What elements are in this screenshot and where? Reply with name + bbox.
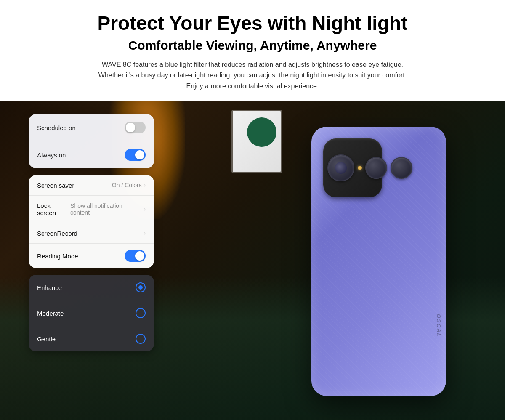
main-camera-lens	[327, 154, 354, 181]
screen-record-label: ScreenRecord	[37, 230, 77, 237]
screen-saver-row[interactable]: Screen saver On / Colors ›	[29, 175, 154, 196]
reading-mode-row: Reading Mode	[29, 244, 154, 268]
always-on-label: Always on	[37, 152, 66, 159]
enhance-radio-inner	[138, 285, 143, 290]
camera-top-row	[327, 154, 362, 181]
scheduled-on-knob	[126, 123, 135, 132]
scheduled-on-row: Scheduled on	[29, 114, 154, 141]
screen-record-chevron-icon: ›	[144, 229, 146, 237]
scheduled-on-toggle[interactable]	[125, 122, 146, 133]
reading-mode-toggle[interactable]	[125, 250, 146, 262]
wall-art-inner	[233, 111, 281, 172]
settings-card: Screen saver On / Colors › Lock screen S…	[29, 175, 154, 268]
screen-saver-label: Screen saver	[37, 182, 74, 189]
lock-screen-label: Lock screen	[37, 202, 70, 216]
dark-scene: OSCAL Scheduled on Always on Screen save…	[0, 101, 505, 420]
moderate-row[interactable]: Moderate	[29, 300, 154, 326]
moderate-radio[interactable]	[136, 308, 146, 318]
flash-led	[358, 166, 362, 170]
always-on-toggle[interactable]	[125, 149, 146, 161]
screen-record-row[interactable]: ScreenRecord ›	[29, 223, 154, 244]
reading-mode-label: Reading Mode	[37, 253, 78, 260]
always-on-row: Always on	[29, 141, 154, 168]
sub-title: Comfortable Viewing, Anytime, Anywhere	[50, 38, 454, 53]
enhance-row[interactable]: Enhance	[29, 275, 154, 300]
tertiary-camera-lens	[391, 157, 412, 179]
header-section: Protect Your Eyes with Night light Comfo…	[0, 0, 505, 101]
lock-screen-value: Show all notification content ›	[70, 202, 146, 216]
mode-card: Enhance Moderate Gentle	[29, 275, 154, 351]
gentle-row[interactable]: Gentle	[29, 326, 154, 351]
enhance-label: Enhance	[37, 284, 62, 291]
camera-module	[323, 138, 382, 197]
phone-brand-label: OSCAL	[436, 314, 442, 338]
main-title: Protect Your Eyes with Night light	[50, 13, 454, 34]
night-light-card: Scheduled on Always on	[29, 114, 154, 168]
secondary-camera-lens	[365, 157, 387, 179]
lock-screen-chevron-icon: ›	[144, 205, 146, 213]
ui-overlays: Scheduled on Always on Screen saver On /…	[29, 114, 154, 351]
description: WAVE 8C features a blue light filter tha…	[93, 59, 412, 92]
wall-art	[231, 110, 282, 173]
wall-art-circle	[247, 117, 276, 147]
camera-bottom-row	[365, 157, 412, 179]
lock-screen-row[interactable]: Lock screen Show all notification conten…	[29, 196, 154, 223]
reading-mode-knob	[135, 251, 144, 261]
screen-saver-chevron-icon: ›	[144, 181, 146, 189]
enhance-radio[interactable]	[136, 282, 146, 292]
phone-device: OSCAL	[311, 127, 446, 396]
scheduled-on-label: Scheduled on	[37, 124, 76, 131]
gentle-radio[interactable]	[136, 334, 146, 344]
always-on-knob	[135, 150, 144, 159]
screen-saver-value: On / Colors ›	[112, 181, 146, 189]
gentle-label: Gentle	[37, 335, 56, 343]
moderate-label: Moderate	[37, 310, 64, 317]
